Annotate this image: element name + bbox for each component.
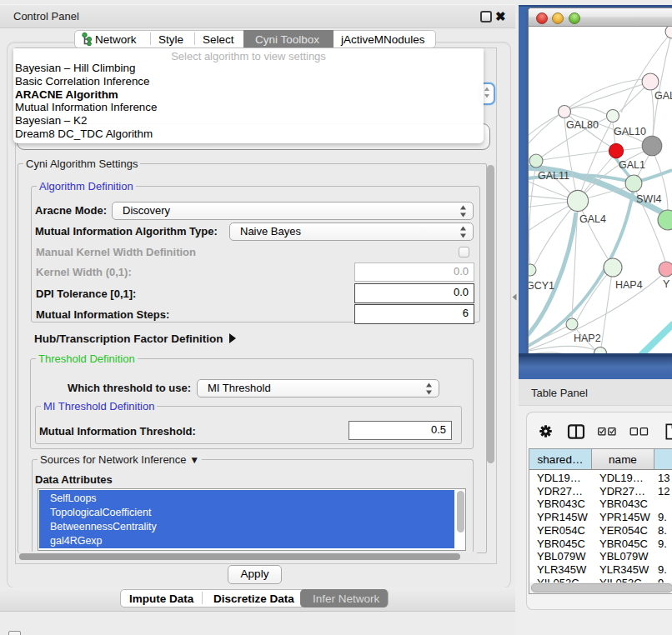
svg-text:GAL80: GAL80 bbox=[566, 119, 599, 131]
svg-text:GAL4: GAL4 bbox=[579, 213, 606, 225]
svg-text:GAL1: GAL1 bbox=[619, 159, 645, 171]
svg-text:SWI4: SWI4 bbox=[636, 193, 662, 205]
svg-text:GCY1: GCY1 bbox=[529, 280, 554, 292]
svg-text:GAL7: GAL7 bbox=[654, 90, 672, 102]
svg-text:GAL11: GAL11 bbox=[538, 170, 569, 182]
svg-text:GAL10: GAL10 bbox=[614, 126, 646, 138]
svg-text:HAP2: HAP2 bbox=[574, 332, 601, 344]
svg-text:Y: Y bbox=[663, 278, 670, 290]
svg-text:HAP4: HAP4 bbox=[615, 279, 643, 291]
